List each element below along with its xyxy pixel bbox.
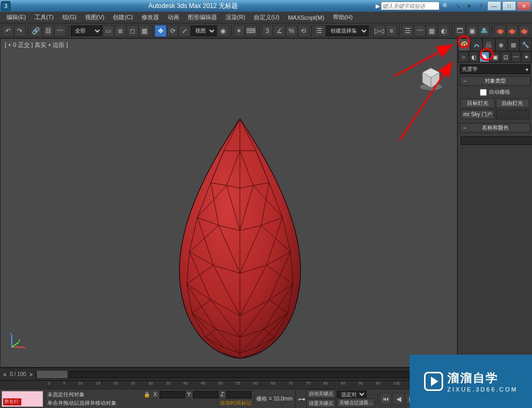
schematic-view-button[interactable]: ▦ (426, 25, 438, 37)
x-input[interactable] (160, 391, 185, 398)
menu-views[interactable]: 视图(V) (81, 12, 109, 22)
keyboard-shortcut-button[interactable]: ⌨ (245, 25, 257, 37)
selection-filter-dropdown[interactable]: 全部 (71, 26, 102, 36)
render-frame-button[interactable]: ▣ (466, 25, 478, 37)
select-move-button[interactable]: ✥ (155, 25, 167, 37)
utilities-tab[interactable]: 🔧 (520, 38, 532, 51)
create-category-dropdown[interactable]: 光度学▾ (460, 64, 530, 74)
autogrid-checkbox[interactable] (480, 89, 487, 96)
named-sel-dropdown[interactable]: 创建选择集 (326, 26, 369, 36)
systems-subtab[interactable]: ✦ (521, 52, 531, 62)
close-button[interactable]: ✕ (517, 1, 531, 11)
pivot-center-button[interactable]: ◉ (217, 25, 229, 37)
search-icon[interactable]: 🔍 (442, 2, 450, 10)
prev-frame-button[interactable]: ◀ (393, 393, 404, 405)
viewport[interactable]: [ + 0 正交 ] 真实 + 边面 ] z x y (0, 38, 458, 368)
time-thumb[interactable] (36, 370, 68, 379)
menu-maxscript[interactable]: MAXScript(M) (284, 13, 328, 22)
free-light-button[interactable]: 自由灯光 (496, 99, 530, 108)
name-color-rollout-header[interactable]: 名称和颜色 (460, 123, 530, 133)
object-name-input[interactable] (461, 136, 532, 145)
help-icon[interactable]: ? (477, 2, 485, 10)
undo-button[interactable]: ↶ (2, 25, 14, 37)
set-key-button[interactable]: 设置关键点 (306, 399, 336, 408)
viewport-label[interactable]: [ + 0 正交 ] 真实 + 边面 ] (5, 41, 68, 49)
hierarchy-tab[interactable]: 品 (483, 38, 495, 51)
select-rotate-button[interactable]: ⟳ (167, 25, 179, 37)
menu-help[interactable]: 帮助(H) (329, 12, 357, 22)
maximize-button[interactable]: □ (502, 1, 516, 11)
menu-group[interactable]: 组(G) (58, 12, 81, 22)
help-search-input[interactable] (381, 2, 439, 10)
svg-point-15 (483, 55, 486, 59)
menu-animation[interactable]: 动画 (163, 12, 184, 22)
ref-coord-dropdown[interactable]: 视图 (191, 26, 217, 36)
geometry-subtab[interactable]: ○ (459, 52, 469, 62)
scene-object[interactable] (160, 113, 320, 364)
menu-tools[interactable]: 工具(T) (30, 12, 58, 22)
set-key-icon[interactable]: ⊶ (298, 395, 305, 403)
unlink-button[interactable]: ⛓ (43, 25, 54, 37)
teapot-3-icon[interactable]: 🫖 (519, 25, 530, 37)
link-button[interactable]: 🔗 (30, 25, 42, 37)
lock-icon[interactable]: 🔒 (144, 391, 150, 397)
align-button[interactable]: ≡ (386, 25, 397, 37)
spinner-snap-button[interactable]: ⟲ (298, 25, 310, 37)
script-mini-listener[interactable]: 所在行: (2, 391, 43, 407)
select-region-button[interactable]: ◻ (127, 25, 138, 37)
motion-tab[interactable]: ◉ (495, 38, 508, 51)
key-filters-button[interactable]: 关键点过滤器... (337, 398, 375, 407)
percent-snap-button[interactable]: % (286, 25, 297, 37)
add-time-tag[interactable]: 添加时间标记 (220, 399, 252, 407)
menu-edit[interactable]: 编辑(E) (2, 12, 30, 22)
arrow-icon[interactable]: ↘ (453, 2, 462, 10)
star-icon[interactable]: ★ (465, 2, 473, 10)
window-crossing-button[interactable]: ▦ (139, 25, 151, 37)
menu-graph-editors[interactable]: 图形编辑器 (184, 12, 221, 22)
render-setup-button[interactable]: 🗔 (454, 25, 466, 37)
teapot-2-icon[interactable]: 🫖 (506, 25, 518, 37)
lights-subtab[interactable] (479, 52, 489, 62)
manipulate-button[interactable]: ✶ (234, 25, 245, 37)
viewcube[interactable] (418, 66, 444, 91)
redo-button[interactable]: ↷ (14, 25, 26, 37)
teapot-1-icon[interactable]: 🫖 (494, 25, 506, 37)
create-tab[interactable] (458, 38, 470, 51)
key-filter-sel-dropdown[interactable]: 选定对象 (337, 390, 367, 398)
cameras-subtab[interactable]: ▣ (490, 52, 500, 62)
menu-modifiers[interactable]: 修改器 (137, 12, 163, 22)
main-toolbar: ↶ ↷ 🔗 ⛓ 〰 全部 ▭ ≣ ◻ ▦ ✥ ⟳ ⤢ 视图 ◉ ✶ ⌨ 3 ∠ … (0, 23, 532, 38)
menu-customize[interactable]: 自定义(U) (250, 12, 284, 22)
shapes-subtab[interactable]: ◐ (469, 52, 479, 62)
angle-snap-button[interactable]: ∠ (273, 25, 285, 37)
mr-sky-portal-button[interactable]: mr Sky 门户 (461, 110, 495, 119)
helpers-subtab[interactable]: ⊡ (501, 52, 511, 62)
modify-tab[interactable] (470, 38, 483, 51)
auto-key-button[interactable]: 自动关键点 (306, 389, 336, 398)
mirror-button[interactable]: ▷◁ (373, 25, 385, 37)
select-object-button[interactable]: ▭ (103, 25, 114, 37)
svg-point-0 (483, 28, 486, 30)
target-light-button[interactable]: 目标灯光 (461, 99, 495, 108)
y-input[interactable] (193, 391, 219, 398)
layers-button[interactable]: ☲ (402, 25, 413, 37)
z-input[interactable] (226, 391, 252, 398)
named-sel-sets-button[interactable]: ☰ (314, 25, 326, 37)
next-key-icon[interactable]: > (29, 371, 32, 378)
menu-create[interactable]: 创建(C) (109, 12, 137, 22)
display-tab[interactable]: ▦ (508, 38, 520, 51)
snap-toggle-button[interactable]: 3 (262, 25, 273, 37)
menu-rendering[interactable]: 渲染(R) (221, 12, 250, 22)
minimize-button[interactable]: — (487, 1, 501, 11)
app-logo[interactable]: 3 (1, 1, 11, 11)
select-by-name-button[interactable]: ≣ (114, 25, 126, 37)
material-editor-button[interactable]: ◐ (438, 25, 450, 37)
select-scale-button[interactable]: ⤢ (179, 25, 190, 37)
goto-start-button[interactable]: ⏮ (380, 393, 392, 405)
prev-key-icon[interactable]: < (3, 371, 6, 378)
curve-editor-button[interactable]: 〰 (414, 25, 426, 37)
object-type-rollout-header[interactable]: 对象类型 (460, 76, 530, 86)
render-button[interactable] (478, 25, 490, 37)
spacewarps-subtab[interactable]: 〰 (511, 52, 521, 62)
bind-space-warp-button[interactable]: 〰 (54, 25, 66, 37)
